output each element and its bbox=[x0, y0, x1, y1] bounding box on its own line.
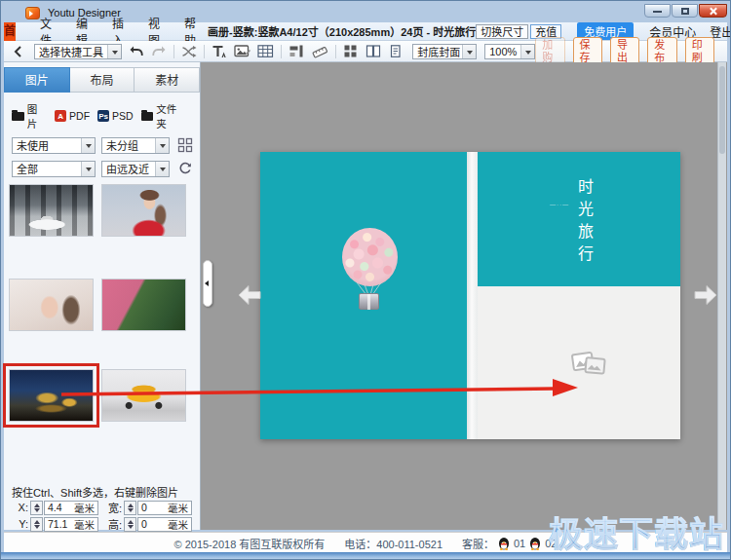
usage-filter-dropdown[interactable]: 未使用 bbox=[12, 137, 96, 154]
spin-down-icon bbox=[125, 524, 135, 531]
text-tool-button[interactable] bbox=[212, 44, 227, 59]
import-images-button[interactable]: 图片 bbox=[12, 101, 47, 131]
maximize-button[interactable] bbox=[672, 4, 698, 18]
photo-placeholder-slot[interactable] bbox=[569, 350, 608, 383]
chevron-down-icon bbox=[462, 45, 476, 58]
psd-icon: Ps bbox=[97, 110, 109, 122]
copyright-text: © 2015-2018 有图互联版权所有 bbox=[173, 536, 325, 551]
grid-layout-button[interactable] bbox=[177, 136, 193, 154]
qq-penguin-icon[interactable] bbox=[529, 537, 541, 550]
undo-icon bbox=[129, 45, 144, 58]
previous-spread-button[interactable] bbox=[238, 284, 261, 306]
table-tool-button[interactable] bbox=[257, 44, 274, 59]
grid-view-button[interactable] bbox=[343, 44, 359, 59]
page-spine bbox=[467, 152, 478, 439]
canvas-scrollbar[interactable] bbox=[717, 62, 726, 530]
arrow-left-icon bbox=[238, 284, 261, 306]
redo-icon bbox=[151, 45, 167, 58]
phone-info: 电话：400-011-0521 bbox=[344, 536, 442, 551]
height-stepper[interactable] bbox=[124, 517, 136, 532]
arrow-right-icon bbox=[694, 284, 717, 306]
chevron-down-icon bbox=[520, 45, 534, 58]
cover-caption: —··— bbox=[550, 202, 569, 207]
x-label: X: bbox=[12, 502, 28, 513]
align-tool-button[interactable] bbox=[289, 44, 304, 59]
group-filter-dropdown[interactable]: 未分组 bbox=[101, 137, 170, 154]
tab-layout[interactable]: 布局 bbox=[70, 67, 135, 93]
qq-penguin-icon[interactable] bbox=[498, 537, 510, 550]
width-stepper[interactable] bbox=[124, 501, 136, 515]
customer-service: 客服： 01 02 bbox=[462, 536, 558, 551]
back-button[interactable] bbox=[11, 44, 26, 59]
app-logo-icon bbox=[25, 7, 40, 19]
minimize-icon bbox=[653, 11, 662, 13]
cover-front-page[interactable]: —··— 时光旅行 bbox=[478, 152, 680, 439]
photo-placeholder-icon bbox=[569, 350, 608, 379]
service-agent-1[interactable]: 01 bbox=[514, 538, 525, 549]
import-pdf-button[interactable]: APDF bbox=[55, 110, 90, 122]
spread-select-dropdown[interactable]: 封底封面 bbox=[412, 44, 477, 59]
scrollbar-thumb[interactable] bbox=[719, 66, 725, 154]
width-field[interactable]: 0毫米 bbox=[137, 501, 192, 515]
tab-assets[interactable]: 素材 bbox=[135, 67, 200, 93]
y-stepper[interactable] bbox=[30, 517, 43, 532]
text-tool-icon bbox=[212, 44, 227, 58]
print-button[interactable]: 印刷 bbox=[685, 37, 714, 66]
spin-down-icon bbox=[31, 507, 42, 514]
x-field[interactable]: 4.4毫米 bbox=[44, 501, 98, 515]
quick-tool-dropdown[interactable]: 选择快捷工具 bbox=[34, 44, 122, 59]
import-psd-button[interactable]: PsPSD bbox=[97, 110, 134, 122]
app-window: Youtu Designer 首页 文件 编辑 插入 视图 帮助 画册-竖款:竖… bbox=[0, 0, 731, 560]
folder-icon bbox=[12, 112, 24, 121]
position-row-y-height: Y: 71.1毫米 高: 0毫米 bbox=[12, 516, 192, 532]
switch-size-button[interactable]: 切换尺寸 bbox=[476, 24, 528, 39]
refresh-button[interactable] bbox=[177, 160, 193, 177]
export-button[interactable]: 导出 bbox=[610, 37, 639, 66]
publish-button[interactable]: 发布 bbox=[647, 37, 676, 66]
y-field[interactable]: 71.1毫米 bbox=[44, 517, 98, 532]
photo-thumbnail-showroom-car[interactable] bbox=[9, 184, 94, 237]
x-stepper[interactable] bbox=[30, 501, 43, 515]
chevron-down-icon bbox=[155, 162, 169, 176]
shuffle-icon bbox=[181, 45, 197, 58]
design-canvas: —··— 时光旅行 bbox=[201, 62, 727, 530]
width-label: 宽: bbox=[105, 500, 122, 515]
chevron-down-icon bbox=[155, 138, 169, 153]
minimize-button[interactable] bbox=[644, 4, 671, 18]
chevron-down-icon bbox=[81, 138, 95, 153]
menu-home[interactable]: 首页 bbox=[4, 22, 16, 41]
sidebar-collapse-handle[interactable] bbox=[203, 260, 212, 307]
facing-pages-view-button[interactable] bbox=[366, 44, 381, 59]
order-filter-dropdown[interactable]: 由远及近 bbox=[101, 161, 170, 177]
import-row: 图片 APDF PsPSD 文件夹 bbox=[12, 101, 194, 131]
height-field[interactable]: 0毫米 bbox=[137, 517, 192, 532]
single-page-view-button[interactable] bbox=[388, 44, 404, 59]
import-folder-button[interactable]: 文件夹 bbox=[141, 101, 186, 131]
zoom-level-dropdown[interactable]: 100% bbox=[484, 44, 535, 59]
photo-thumbnail-woman-portrait[interactable] bbox=[9, 279, 94, 331]
photo-thumbnail-yellow-suv[interactable] bbox=[101, 369, 186, 422]
grid-outline-icon bbox=[177, 137, 193, 153]
redo-button[interactable] bbox=[151, 44, 167, 59]
align-tool-icon bbox=[289, 44, 304, 58]
height-label: 高: bbox=[105, 516, 122, 532]
tab-images[interactable]: 图片 bbox=[4, 67, 70, 93]
photo-thumbnail-night-town-selected[interactable] bbox=[9, 369, 94, 422]
close-button[interactable] bbox=[699, 4, 727, 18]
ruler-icon bbox=[311, 44, 328, 58]
multi-select-tip: 按住Ctrl、Shift多选，右键删除图片 bbox=[12, 484, 178, 500]
photo-thumbnail-woman-red-dress[interactable] bbox=[101, 184, 186, 237]
swap-pages-button[interactable] bbox=[181, 44, 197, 59]
scope-filter-dropdown[interactable]: 全部 bbox=[12, 161, 96, 177]
cover-back-page[interactable] bbox=[260, 152, 467, 439]
spin-down-icon bbox=[125, 507, 135, 514]
photo-thumbnail-aerial-forest[interactable] bbox=[101, 279, 186, 331]
grid-view-icon bbox=[343, 44, 358, 58]
image-tool-button[interactable] bbox=[234, 44, 250, 59]
next-spread-button[interactable] bbox=[694, 284, 717, 306]
measure-tool-button[interactable] bbox=[311, 44, 328, 59]
undo-button[interactable] bbox=[129, 44, 144, 59]
table-tool-icon bbox=[257, 44, 274, 58]
single-page-icon bbox=[388, 44, 403, 58]
save-button[interactable]: 保存 bbox=[573, 37, 602, 66]
